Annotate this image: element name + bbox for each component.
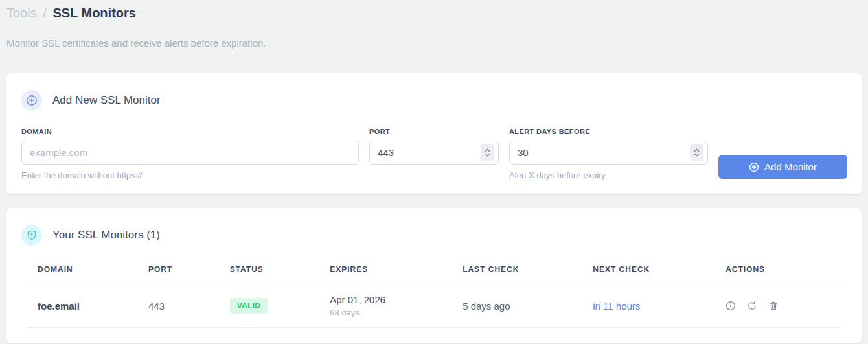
monitors-header: Your SSL Monitors (1) xyxy=(21,225,847,246)
trash-icon[interactable] xyxy=(768,301,779,311)
domain-label: DOMAIN xyxy=(21,128,359,135)
page: Tools / SSL Monitors Monitor SSL certifi… xyxy=(0,4,868,343)
shield-icon xyxy=(21,225,42,246)
add-monitor-header: Add New SSL Monitor xyxy=(21,90,847,111)
col-header-status: STATUS xyxy=(220,260,320,284)
col-header-last-check: LAST CHECK xyxy=(452,260,582,284)
plus-circle-icon xyxy=(21,90,42,111)
monitor-next-check: in 11 hours xyxy=(582,284,715,328)
plus-circle-icon xyxy=(749,162,759,172)
add-monitor-title: Add New SSL Monitor xyxy=(52,94,161,107)
port-input[interactable] xyxy=(369,141,499,165)
add-monitor-button-label: Add Monitor xyxy=(764,161,817,172)
col-header-domain: DOMAIN xyxy=(27,260,138,284)
monitors-title: Your SSL Monitors (1) xyxy=(52,229,160,242)
domain-field-group: DOMAIN Enter the domain without https:// xyxy=(21,128,359,180)
col-header-port: PORT xyxy=(138,260,220,284)
port-stepper[interactable] xyxy=(481,144,494,161)
breadcrumb: Tools / SSL Monitors xyxy=(6,4,862,22)
row-actions xyxy=(725,301,831,311)
status-badge: VALID xyxy=(230,298,268,314)
monitors-card: Your SSL Monitors (1) DOMAIN PORT STATUS… xyxy=(6,208,862,343)
alert-days-helper: Alert X days before expiry xyxy=(509,170,708,180)
add-monitor-button[interactable]: Add Monitor xyxy=(718,155,847,179)
monitor-last-check: 5 days ago xyxy=(452,284,582,328)
col-header-next-check: NEXT CHECK xyxy=(582,260,715,284)
page-subtitle: Monitor SSL certificates and receive ale… xyxy=(6,38,862,49)
add-monitor-card: Add New SSL Monitor DOMAIN Enter the dom… xyxy=(6,73,862,194)
monitor-expires-days: 68 days xyxy=(330,308,442,317)
port-label: PORT xyxy=(369,128,499,135)
domain-input[interactable] xyxy=(21,141,359,165)
page-title: SSL Monitors xyxy=(52,6,136,20)
alert-days-field-group: ALERT DAYS BEFORE Alert X days before ex… xyxy=(509,128,708,180)
alert-days-label: ALERT DAYS BEFORE xyxy=(509,128,708,135)
breadcrumb-separator: / xyxy=(43,6,47,20)
monitors-table-wrap: DOMAIN PORT STATUS EXPIRES LAST CHECK NE… xyxy=(21,260,847,328)
monitor-domain: foe.email xyxy=(27,284,138,328)
col-header-expires: EXPIRES xyxy=(319,260,452,284)
table-header-row: DOMAIN PORT STATUS EXPIRES LAST CHECK NE… xyxy=(27,260,841,284)
alert-days-input[interactable] xyxy=(509,141,708,165)
monitor-port: 443 xyxy=(138,284,220,328)
refresh-icon[interactable] xyxy=(747,301,757,311)
breadcrumb-parent[interactable]: Tools xyxy=(6,6,37,20)
col-header-actions: ACTIONS xyxy=(715,260,841,284)
domain-helper: Enter the domain without https:// xyxy=(21,170,359,180)
info-icon[interactable] xyxy=(725,301,736,311)
table-row: foe.email 443 VALID Apr 01, 2026 68 days… xyxy=(27,284,841,328)
monitors-table: DOMAIN PORT STATUS EXPIRES LAST CHECK NE… xyxy=(27,260,841,328)
monitor-expires-date: Apr 01, 2026 xyxy=(330,294,442,305)
add-monitor-form: DOMAIN Enter the domain without https://… xyxy=(21,128,847,180)
port-field-group: PORT xyxy=(369,128,499,165)
alert-days-stepper[interactable] xyxy=(690,144,703,161)
